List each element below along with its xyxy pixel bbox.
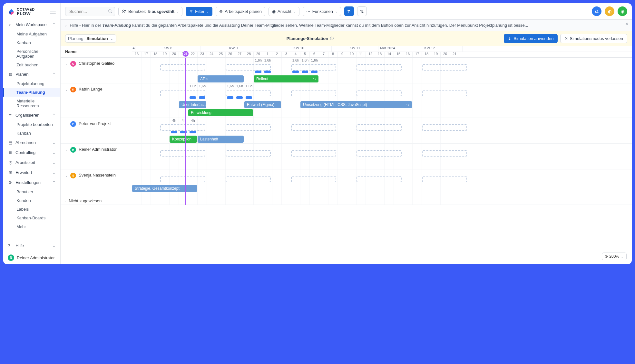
functions-button[interactable]: ⋯ Funktionen ⌄ xyxy=(303,7,341,16)
apps-icon: ⊞ xyxy=(8,170,13,175)
day-header: 9 xyxy=(338,52,347,57)
planning-select[interactable]: Planung: Simulation ⌄ xyxy=(65,34,116,43)
nav-group-abrechnen[interactable]: ▤Abrechnen⌄ xyxy=(3,138,60,148)
chevron-down-icon[interactable]: ⌄ xyxy=(65,174,68,177)
nav-group-controlling[interactable]: ⫼Controlling⌄ xyxy=(3,148,60,158)
task-bar[interactable]: Konzeption xyxy=(170,136,197,143)
chevron-down-icon[interactable]: ⌄ xyxy=(65,148,68,152)
close-icon[interactable]: ✕ xyxy=(625,22,629,26)
chevron-right-icon[interactable]: › xyxy=(65,23,66,28)
day-header: 18 xyxy=(151,52,160,57)
nav-item-meine-aufgaben[interactable]: Meine Aufgaben xyxy=(3,30,60,38)
nav-item-zeit-buchen[interactable]: Zeit buchen xyxy=(3,61,60,69)
nav-group-organisieren[interactable]: ≡Organisieren⌃ xyxy=(3,110,60,120)
info-button[interactable]: ◐ xyxy=(605,6,614,16)
allocation-block[interactable] xyxy=(227,96,233,99)
nav-item-team-planung[interactable]: Team-Planung xyxy=(3,88,60,97)
task-bar[interactable]: APIs xyxy=(198,75,244,82)
day-header: 27 xyxy=(235,52,244,57)
info-icon[interactable]: ⓘ xyxy=(330,36,334,41)
nav-item-kanban[interactable]: Kanban xyxy=(3,129,60,138)
swap-button[interactable] xyxy=(344,6,354,16)
allocation-block[interactable] xyxy=(292,71,299,73)
plus-icon: ⊕ xyxy=(219,9,223,14)
chevron-right-icon[interactable]: › xyxy=(65,200,66,203)
chevron-down-icon: ⌄ xyxy=(52,170,56,175)
allocation-block[interactable] xyxy=(236,96,243,99)
zoom-value: 200% xyxy=(609,254,619,259)
sort-button[interactable] xyxy=(357,6,367,16)
allocation-block[interactable] xyxy=(190,131,196,133)
logo[interactable]: OCTAVEDFLOW xyxy=(8,8,35,16)
week-header: KW 10 xyxy=(266,46,332,52)
nav-item-projektplanung[interactable]: Projektplanung xyxy=(3,79,60,88)
chevron-down-icon[interactable]: ⌄ xyxy=(65,122,68,126)
allocation-block[interactable] xyxy=(246,96,252,99)
task-bar[interactable]: Umsetzung (HTML, CSS, JavaScript)↪ xyxy=(300,101,412,108)
nav-item-kanban[interactable]: Kanban xyxy=(3,38,60,47)
sidebar: OCTAVEDFLOW ⌂Mein Workspace⌃Meine Aufgab… xyxy=(3,3,61,264)
help-icon: ? xyxy=(8,243,13,248)
task-bar[interactable]: Strategie, Gesamtkonzept xyxy=(132,185,197,192)
nav-group-einstellungen[interactable]: ⚙Einstellungen⌃ xyxy=(3,177,60,187)
exit-label: Simulationsmodus verlassen xyxy=(570,36,623,41)
nav-item-kunden[interactable]: Kunden xyxy=(3,196,60,205)
nav-group-planen[interactable]: ▦Planen⌃ xyxy=(3,69,60,79)
nav-group-mein-workspace[interactable]: ⌂Mein Workspace⌃ xyxy=(3,20,60,30)
nav-item-persönliche-aufgaben[interactable]: Persönliche Aufgaben xyxy=(3,47,60,61)
nav-item-materielle-ressourcen[interactable]: Materielle Ressourcen xyxy=(3,97,60,110)
allocation-block[interactable] xyxy=(264,71,271,73)
sidebar-toggle[interactable] xyxy=(50,10,56,14)
chevron-down-icon[interactable]: ⌄ xyxy=(65,88,68,91)
toolbar: Benutzer: 5 ausgewählt ⌄ Filter ⌄ ⊕ Arbe… xyxy=(61,3,632,20)
more-icon: ⋯ xyxy=(306,9,310,14)
task-bar[interactable]: Entwicklung xyxy=(188,109,253,116)
week-header: KW 9 xyxy=(201,46,266,52)
view-button[interactable]: ◉ Ansicht ⌄ xyxy=(269,7,299,16)
nav-group-erweitert[interactable]: ⊞Erweitert⌄ xyxy=(3,168,60,177)
task-label: Entwicklung xyxy=(191,110,211,115)
nav-item-kanban-boards[interactable]: Kanban-Boards xyxy=(3,214,60,222)
nav-group-arbeitszeit[interactable]: ◷Arbeitszeit⌄ xyxy=(3,158,60,168)
task-bar[interactable]: Lastenheft xyxy=(198,136,244,143)
allocation-block[interactable] xyxy=(190,96,196,99)
chevron-down-icon[interactable]: ⌄ xyxy=(65,62,68,66)
filter-label: Filter xyxy=(195,9,204,14)
user-select-label: Benutzer: xyxy=(128,9,146,14)
today-line xyxy=(185,58,186,205)
nav-item-projekte-bearbeiten[interactable]: Projekte bearbeiten xyxy=(3,120,60,129)
chevron-down-icon: ⌄ xyxy=(620,254,624,259)
task-bar[interactable]: User Interfac... xyxy=(179,101,206,108)
allocation-block[interactable] xyxy=(199,96,205,99)
nav-item-labels[interactable]: Labels xyxy=(3,205,60,214)
allocation-block[interactable] xyxy=(255,71,261,73)
sidebar-current-user[interactable]: R Reiner Administrator xyxy=(3,251,60,264)
search-input[interactable] xyxy=(65,7,115,16)
allocation-block[interactable] xyxy=(171,131,177,133)
filter-button[interactable]: Filter ⌄ xyxy=(186,7,212,16)
task-bar[interactable]: Entwurf (Figma) xyxy=(244,101,281,108)
sidebar-help[interactable]: ? Hilfe ⌄ xyxy=(3,240,60,251)
timeline-row xyxy=(132,195,632,205)
zoom-control[interactable]: ⊙ 200% ⌄ xyxy=(602,253,627,260)
notification-button[interactable] xyxy=(592,6,601,16)
task-bar[interactable]: Rollout↪ xyxy=(254,75,318,82)
day-header: 14 xyxy=(385,52,394,57)
plan-workpackage-button[interactable]: ⊕ Arbeitspaket planen xyxy=(216,7,265,16)
status-button[interactable]: ◉ xyxy=(618,6,627,16)
allocation-block[interactable] xyxy=(302,71,308,73)
allocation-block[interactable] xyxy=(311,71,318,73)
capacity-label: 1,6h xyxy=(188,84,198,88)
capacity-label: 1,6h xyxy=(198,84,207,88)
gear-icon: ⚙ xyxy=(8,180,13,185)
unassigned-row[interactable]: ›Nicht zugewiesen xyxy=(61,195,132,205)
nav-item-mehr[interactable]: Mehr xyxy=(3,222,60,231)
exit-simulation-button[interactable]: ✕ Simulationsmodus verlassen xyxy=(560,34,627,43)
task-label: Entwurf (Figma) xyxy=(247,102,274,107)
apply-simulation-button[interactable]: Simulation anwenden xyxy=(504,34,557,43)
user-select[interactable]: Benutzer: 5 ausgewählt ⌄ xyxy=(118,7,182,16)
timeline[interactable]: 21 4KW 8KW 9KW 10KW 11Mär 2024KW 12 1617… xyxy=(132,46,632,264)
nav-item-benutzer[interactable]: Benutzer xyxy=(3,187,60,196)
day-header: 3 xyxy=(282,52,291,57)
person-name: Svenja Nassenstein xyxy=(79,173,116,177)
